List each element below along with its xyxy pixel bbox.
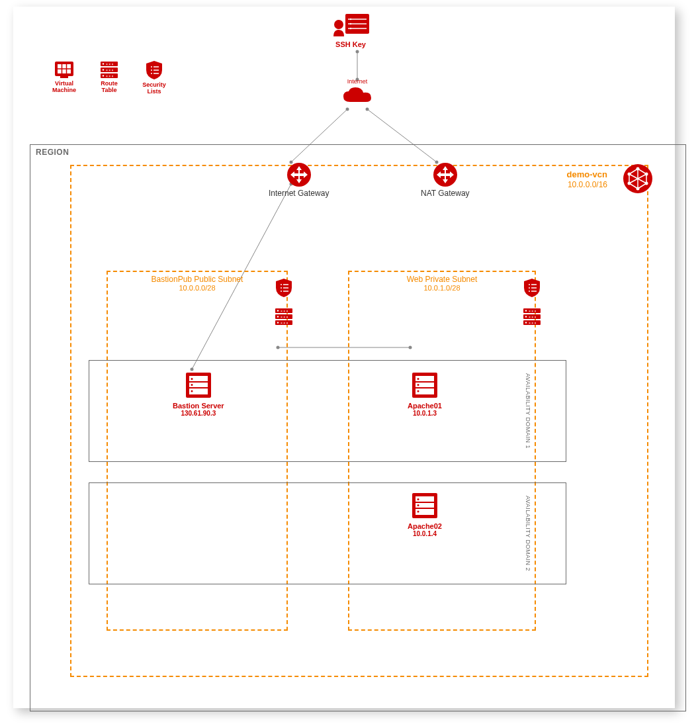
svg-point-26 — [350, 23, 351, 24]
svg-point-45 — [277, 322, 279, 323]
subnet-web-sl — [522, 277, 542, 298]
ssh-key-label: SSH Key — [331, 40, 371, 48]
svg-text:× × ×: × × × — [281, 321, 288, 325]
svg-point-50 — [525, 310, 527, 311]
security-lists-icon — [144, 60, 164, 81]
subnet-pub-sl — [274, 277, 294, 298]
svg-text:× × ×: × × × — [106, 62, 114, 66]
svg-text:× × ×: × × × — [106, 74, 114, 78]
bastion-name: Bastion Server — [173, 402, 224, 410]
svg-text:× × ×: × × × — [281, 309, 288, 313]
subnet-pub-cidr: 10.0.0.0/28 — [108, 284, 286, 292]
svg-point-67 — [417, 378, 419, 380]
svg-point-52 — [525, 316, 527, 317]
security-lists-icon — [274, 277, 294, 298]
vcn-cidr: 10.0.0.0/16 — [568, 180, 607, 189]
route-table-icon: × × × × × × × × × — [522, 306, 542, 326]
svg-point-76 — [417, 511, 419, 513]
internet-gateway-node: Internet Gateway — [269, 162, 329, 198]
svg-point-28 — [334, 20, 343, 29]
bastion-ip: 130.61.90.3 — [173, 410, 224, 417]
svg-point-25 — [350, 19, 351, 20]
legend-rt-label: Route Table — [95, 81, 124, 94]
legend-rt: × × × × × × × × × Route Table — [95, 60, 124, 95]
svg-point-32 — [645, 182, 648, 185]
svg-point-27 — [350, 28, 351, 29]
virtual-machine-icon — [54, 60, 74, 79]
security-lists-icon — [522, 277, 542, 298]
route-table-icon: × × × × × × × × × — [274, 306, 294, 326]
legend-sl: Security Lists — [140, 60, 169, 95]
svg-point-15 — [103, 63, 104, 64]
internet-label: Internet — [341, 78, 374, 85]
ssh-key-icon — [331, 10, 371, 39]
apache02-ip: 10.0.1.4 — [408, 530, 442, 537]
nat-gateway-node: NAT Gateway — [421, 162, 470, 198]
internet-gateway-icon — [286, 162, 312, 187]
main-frame: Virtual Machine × × × × × × × × × Route … — [13, 7, 675, 708]
svg-point-43 — [277, 316, 279, 317]
ad2-label: AVAILABILITY DOMAIN 2 — [525, 484, 531, 583]
svg-point-69 — [417, 390, 419, 392]
apache01-node: Apache01 10.0.1.3 — [408, 370, 442, 417]
apache01-name: Apache01 — [408, 402, 442, 410]
svg-rect-11 — [60, 76, 68, 78]
svg-point-54 — [525, 322, 527, 323]
route-table-icon: × × × × × × × × × — [99, 60, 119, 79]
legend-vm: Virtual Machine — [50, 60, 79, 95]
svg-point-17 — [103, 69, 104, 70]
subnet-pub-rt: × × × × × × × × × — [274, 306, 294, 326]
svg-text:× × ×: × × × — [529, 315, 537, 319]
legend: Virtual Machine × × × × × × × × × Route … — [50, 60, 169, 95]
apache02-node: Apache02 10.0.1.4 — [408, 490, 442, 537]
svg-text:× × ×: × × × — [529, 309, 537, 313]
availability-domain-1: AVAILABILITY DOMAIN 1 — [89, 360, 566, 462]
svg-point-35 — [628, 173, 631, 176]
vcn-name: demo-vcn — [567, 169, 607, 179]
svg-point-68 — [417, 384, 419, 386]
svg-text:× × ×: × × × — [529, 321, 537, 325]
svg-point-60 — [191, 378, 193, 380]
subnet-web-title: Web Private Subnet — [349, 275, 535, 284]
ssh-key-node: SSH Key — [331, 10, 371, 48]
svg-point-19 — [103, 75, 104, 76]
svg-point-61 — [191, 384, 193, 386]
svg-text:× × ×: × × × — [281, 315, 288, 319]
svg-point-31 — [645, 173, 648, 176]
server-icon — [410, 370, 440, 400]
svg-point-62 — [191, 390, 193, 392]
svg-point-75 — [417, 504, 419, 506]
svg-point-34 — [628, 182, 631, 185]
igw-label: Internet Gateway — [269, 189, 329, 198]
legend-sl-label: Security Lists — [140, 82, 169, 95]
internet-node: Internet — [341, 78, 374, 107]
svg-text:× × ×: × × × — [106, 68, 114, 72]
server-icon — [183, 370, 214, 400]
svg-point-74 — [417, 498, 419, 500]
availability-domain-2: AVAILABILITY DOMAIN 2 — [89, 482, 566, 584]
vcn-icon — [623, 163, 653, 194]
legend-vm-label: Virtual Machine — [50, 81, 79, 94]
server-icon — [410, 490, 440, 521]
vcn-label: demo-vcn 10.0.0.0/16 — [567, 169, 607, 189]
subnet-web-rt: × × × × × × × × × — [522, 306, 542, 326]
svg-point-41 — [277, 310, 279, 311]
svg-point-30 — [636, 167, 640, 171]
region-label: REGION — [36, 148, 69, 157]
diagram-canvas: Virtual Machine × × × × × × × × × Route … — [0, 0, 700, 728]
subnet-web-cidr: 10.0.1.0/28 — [349, 284, 535, 292]
ad1-label: AVAILABILITY DOMAIN 1 — [525, 361, 531, 461]
apache02-name: Apache02 — [408, 522, 442, 530]
region-box: REGION demo-vcn 10.0.0.0/16 — [30, 144, 686, 711]
cloud-icon — [341, 85, 374, 107]
svg-point-33 — [636, 187, 640, 191]
apache01-ip: 10.0.1.3 — [408, 410, 442, 417]
bastion-server-node: Bastion Server 130.61.90.3 — [173, 370, 224, 417]
vcn-icon-node — [623, 163, 653, 194]
nat-gateway-icon — [433, 162, 458, 187]
natgw-label: NAT Gateway — [421, 189, 470, 198]
subnet-pub-title: BastionPub Public Subnet — [108, 275, 286, 284]
